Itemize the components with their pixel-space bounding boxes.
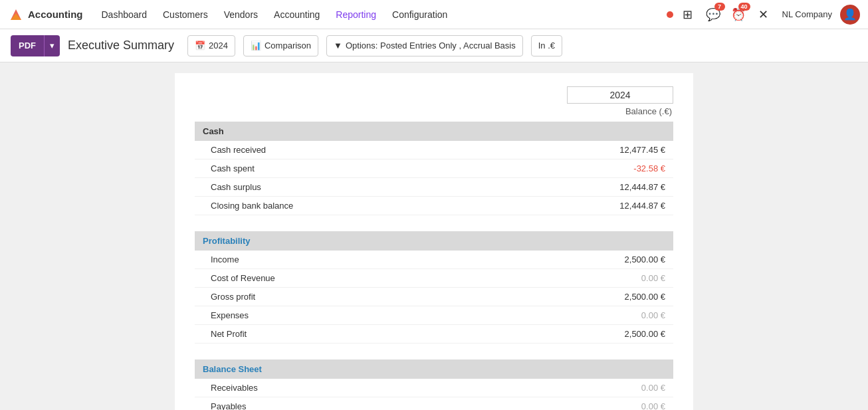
section-cash-header: Cash (195, 122, 673, 141)
row-label: Net Profit (211, 329, 247, 339)
report-container: 2024 Balance (.€) Cash Cash received 12,… (175, 73, 693, 410)
row-label: Cash spent (211, 163, 255, 173)
year-label: 2024 (209, 41, 228, 51)
row-value: 0.00 € (641, 310, 665, 320)
nav-vendors[interactable]: Vendors (216, 0, 266, 29)
activities-icon-btn[interactable]: ⏰ 40 (728, 4, 749, 25)
top-nav: Accounting Dashboard Customers Vendors A… (0, 0, 868, 29)
row-label: Gross profit (211, 292, 255, 302)
row-value: 0.00 € (641, 401, 665, 410)
row-cost-of-revenue[interactable]: Cost of Revenue 0.00 € (195, 269, 673, 288)
sub-header: PDF ▾ Executive Summary 📅 2024 📊 Compari… (0, 29, 868, 62)
row-payables[interactable]: Payables 0.00 € (195, 397, 673, 410)
nav-right: ⊞ 💬 7 ⏰ 40 ✕ NL Company 👤 (667, 4, 860, 25)
logo-icon (8, 7, 24, 23)
currency-button[interactable]: In .€ (531, 35, 562, 56)
row-value: 0.00 € (641, 383, 665, 393)
year-filter-button[interactable]: 📅 2024 (187, 35, 235, 56)
row-label: Payables (211, 401, 246, 410)
row-cash-surplus[interactable]: Cash surplus 12,444.87 € (195, 178, 673, 197)
nav-customers[interactable]: Customers (155, 0, 216, 29)
pdf-button[interactable]: PDF (11, 35, 44, 56)
nav-accounting[interactable]: Accounting (266, 0, 328, 29)
nav-dashboard[interactable]: Dashboard (94, 0, 156, 29)
comparison-label: Comparison (265, 41, 311, 51)
row-label: Receivables (211, 383, 258, 393)
close-icon-btn[interactable]: ✕ (753, 4, 774, 25)
user-avatar[interactable]: 👤 (840, 5, 860, 25)
row-income[interactable]: Income 2,500.00 € (195, 251, 673, 269)
nav-configuration[interactable]: Configuration (384, 0, 455, 29)
calendar-icon: 📅 (195, 41, 205, 51)
pdf-btn-group: PDF ▾ (11, 35, 60, 56)
options-label: Options: Posted Entries Only , Accrual B… (346, 41, 516, 51)
chart-icon: 📊 (251, 41, 261, 51)
row-label: Income (211, 255, 239, 264)
row-gross-profit[interactable]: Gross profit 2,500.00 € (195, 288, 673, 306)
filter-icon: ▼ (334, 41, 342, 51)
pdf-dropdown-button[interactable]: ▾ (44, 35, 60, 56)
row-label: Cost of Revenue (211, 273, 275, 283)
close-icon: ✕ (758, 7, 768, 22)
section-balance-sheet-header: Balance Sheet (195, 359, 673, 379)
row-value: 2,500.00 € (625, 292, 665, 302)
row-net-profit[interactable]: Net Profit 2,500.00 € (195, 325, 673, 344)
row-expenses[interactable]: Expenses 0.00 € (195, 306, 673, 325)
svg-marker-1 (11, 13, 21, 20)
messages-badge: 7 (714, 3, 725, 11)
settings-icon-btn[interactable]: ⊞ (677, 4, 699, 25)
comparison-button[interactable]: 📊 Comparison (243, 35, 318, 56)
row-closing-bank-balance[interactable]: Closing bank balance 12,444.87 € (195, 197, 673, 215)
activities-badge: 40 (738, 3, 750, 11)
row-value: 0.00 € (641, 273, 665, 283)
row-cash-received[interactable]: Cash received 12,477.45 € (195, 141, 673, 159)
row-value: 12,444.87 € (619, 201, 665, 211)
row-value: 2,500.00 € (625, 255, 665, 264)
avatar-emoji: 👤 (843, 8, 857, 21)
row-value: 2,500.00 € (625, 329, 665, 339)
row-label: Cash surplus (211, 182, 261, 192)
year-header: 2024 (195, 86, 673, 104)
row-value: 12,444.87 € (619, 182, 665, 192)
logo-text: Accounting (28, 9, 83, 20)
row-label: Expenses (211, 310, 249, 320)
spacer-2 (195, 344, 673, 359)
row-receivables[interactable]: Receivables 0.00 € (195, 379, 673, 397)
row-label: Closing bank balance (211, 201, 293, 211)
page-title: Executive Summary (68, 39, 174, 52)
nav-reporting[interactable]: Reporting (328, 0, 384, 29)
nav-logo[interactable]: Accounting (8, 7, 83, 23)
messages-icon-btn[interactable]: 💬 7 (703, 4, 724, 25)
spacer-1 (195, 215, 673, 231)
main-content: 2024 Balance (.€) Cash Cash received 12,… (0, 62, 868, 410)
chevron-down-icon: ▾ (50, 41, 54, 51)
options-button[interactable]: ▼ Options: Posted Entries Only , Accrual… (326, 35, 523, 56)
row-value: 12,477.45 € (619, 145, 665, 155)
row-value: -32.58 € (633, 163, 665, 173)
year-box: 2024 (567, 86, 673, 104)
section-profitability-header: Profitability (195, 231, 673, 251)
balance-header: Balance (.€) (195, 106, 673, 116)
row-cash-spent[interactable]: Cash spent -32.58 € (195, 159, 673, 178)
grid-icon: ⊞ (683, 7, 693, 22)
status-indicator (667, 11, 673, 18)
row-label: Cash received (211, 145, 266, 155)
company-name[interactable]: NL Company (778, 9, 836, 19)
